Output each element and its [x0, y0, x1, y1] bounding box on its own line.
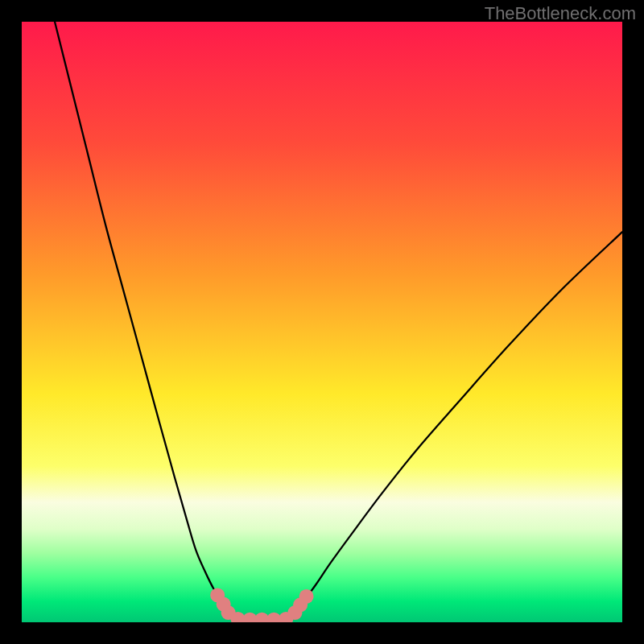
- data-marker: [299, 589, 314, 604]
- watermark-text: TheBottleneck.com: [485, 3, 636, 24]
- chart-frame: [22, 22, 622, 622]
- bottleneck-chart: [22, 22, 622, 622]
- chart-background: [22, 22, 622, 622]
